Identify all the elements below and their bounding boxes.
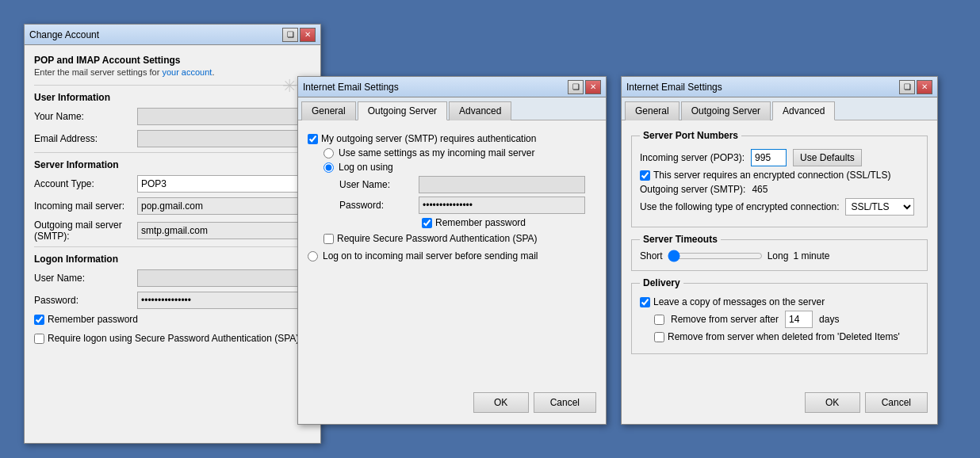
log-on-fields: User Name: Password: Remember password: [339, 176, 596, 228]
change-account-titlebar: Change Account ❏ ✕: [25, 25, 320, 45]
logon-info-title: Logon Information: [34, 254, 311, 265]
email-settings-window-2: Internet Email Settings ❏ ✕ General Outg…: [621, 76, 938, 425]
leave-copy-label: Leave a copy of messages on the server: [653, 296, 825, 307]
require-auth-row: My outgoing server (SMTP) requires authe…: [308, 133, 596, 144]
es2-close-icon: ✕: [921, 82, 928, 91]
leave-copy-row: Leave a copy of messages on the server: [640, 296, 919, 307]
outgoing-password-input[interactable]: [419, 197, 585, 214]
tab-general-1[interactable]: General: [301, 101, 356, 120]
remove-after-checkbox[interactable]: [654, 315, 664, 325]
require-spa-row-2: Require Secure Password Authentication (…: [323, 233, 596, 244]
require-auth-checkbox[interactable]: [308, 134, 318, 144]
email-address-input[interactable]: [137, 130, 311, 147]
email-settings-1-controls: ❏ ✕: [568, 80, 601, 94]
remove-after-row: Remove from server after days: [654, 311, 919, 328]
log-on-incoming-radio[interactable]: [308, 251, 318, 261]
es1-restore-button[interactable]: ❏: [568, 80, 584, 94]
outgoing-username-row: User Name:: [339, 176, 596, 193]
email-settings-2-tabs: General Outgoing Server Advanced: [622, 97, 937, 120]
incoming-server-row: Incoming mail server:: [34, 197, 311, 215]
tab-general-2[interactable]: General: [625, 101, 679, 120]
require-spa-checkbox[interactable]: [34, 334, 44, 344]
star-icon: ✳: [282, 76, 297, 97]
account-settings-header: POP and IMAP Account Settings: [34, 55, 311, 66]
leave-copy-checkbox[interactable]: [640, 297, 650, 307]
tab-advanced-2[interactable]: Advanced: [772, 101, 835, 120]
tab-outgoing-server-1[interactable]: Outgoing Server: [358, 101, 447, 120]
server-port-legend: Server Port Numbers: [640, 130, 741, 141]
server-info-title: Server Information: [34, 159, 311, 170]
email-settings-window-1: Internet Email Settings ❏ ✕ General Outg…: [297, 76, 607, 425]
log-on-using-row: Log on using: [323, 162, 596, 173]
your-name-label: Your Name:: [34, 111, 137, 122]
use-same-settings-row: Use same settings as my incoming mail se…: [323, 147, 596, 158]
days-label: days: [819, 314, 839, 325]
remove-deleted-label: Remove from server when deleted from 'De…: [668, 331, 900, 342]
logon-username-row: User Name:: [34, 269, 311, 287]
email-settings-2-title: Internet Email Settings: [626, 82, 722, 93]
outgoing-port-value: 465: [752, 184, 768, 195]
logon-password-input[interactable]: [137, 292, 311, 309]
change-account-content: POP and IMAP Account Settings Enter the …: [25, 45, 320, 357]
outgoing-server-input[interactable]: [137, 222, 311, 239]
divider2: [34, 152, 311, 153]
es2-restore-button[interactable]: ❏: [899, 80, 915, 94]
require-auth-label: My outgoing server (SMTP) requires authe…: [321, 133, 536, 144]
account-type-select[interactable]: POP3 IMAP: [137, 175, 311, 193]
es2-ok-button[interactable]: OK: [805, 392, 860, 413]
outgoing-username-input[interactable]: [419, 176, 585, 193]
account-settings-sub: Enter the mail server settings for your …: [34, 67, 311, 77]
timeout-slider[interactable]: [668, 250, 763, 262]
es2-close-button[interactable]: ✕: [917, 80, 932, 94]
tab-outgoing-server-2[interactable]: Outgoing Server: [681, 101, 771, 120]
close-icon: ✕: [304, 30, 311, 39]
remove-after-label: Remove from server after: [671, 314, 779, 325]
use-same-settings-radio[interactable]: [323, 148, 334, 158]
encrypted-connection-checkbox[interactable]: [640, 170, 650, 181]
auth-options-block: Use same settings as my incoming mail se…: [323, 147, 596, 244]
timeout-slider-row: Short Long 1 minute: [640, 250, 919, 262]
outgoing-server-label: Outgoing mail server (SMTP):: [34, 219, 137, 242]
your-name-input[interactable]: [137, 108, 311, 125]
account-type-row: Account Type: POP3 IMAP: [34, 175, 311, 193]
require-spa-row: Require logon using Secure Password Auth…: [34, 333, 311, 344]
es1-cancel-button[interactable]: Cancel: [534, 392, 596, 413]
outgoing-remember-row: Remember password: [422, 217, 596, 228]
outgoing-password-row: Password:: [339, 197, 596, 214]
your-name-row: Your Name:: [34, 108, 311, 125]
es2-restore-icon: ❏: [904, 82, 911, 91]
remove-after-days-input[interactable]: [785, 311, 813, 328]
remove-deleted-checkbox[interactable]: [654, 332, 664, 342]
require-spa-label-2: Require Secure Password Authentication (…: [337, 233, 538, 244]
use-defaults-button[interactable]: Use Defaults: [793, 149, 862, 166]
logon-username-input[interactable]: [137, 269, 311, 287]
incoming-server-input[interactable]: [137, 197, 311, 215]
outgoing-remember-checkbox[interactable]: [422, 218, 432, 228]
log-on-incoming-row: Log on to incoming mail server before se…: [308, 250, 596, 261]
log-on-using-radio[interactable]: [323, 162, 334, 173]
restore-button[interactable]: ❏: [282, 28, 298, 42]
email-settings-1-buttons: OK Cancel: [464, 387, 606, 418]
close-button[interactable]: ✕: [300, 28, 316, 42]
tab-advanced-1[interactable]: Advanced: [449, 101, 511, 120]
incoming-port-label: Incoming server (POP3):: [640, 152, 745, 163]
logon-username-label: User Name:: [34, 273, 137, 284]
remember-password-checkbox[interactable]: [34, 315, 44, 325]
timeout-short-label: Short: [640, 250, 663, 261]
es1-ok-button[interactable]: OK: [473, 392, 529, 413]
account-type-label: Account Type:: [34, 178, 137, 189]
es2-cancel-button[interactable]: Cancel: [865, 392, 928, 413]
email-address-label: Email Address:: [34, 133, 137, 144]
outgoing-port-label: Outgoing server (SMTP):: [640, 184, 745, 195]
require-spa-checkbox-2[interactable]: [323, 234, 334, 244]
restore-icon: ❏: [287, 30, 294, 39]
incoming-port-input[interactable]: [751, 149, 787, 166]
email-settings-2-controls: ❏ ✕: [899, 80, 932, 94]
es1-close-button[interactable]: ✕: [585, 80, 601, 94]
your-account-link[interactable]: your account: [162, 67, 212, 77]
outgoing-username-label: User Name:: [339, 179, 419, 190]
require-spa-label: Require logon using Secure Password Auth…: [48, 333, 299, 344]
email-settings-2-titlebar: Internet Email Settings ❏ ✕: [622, 77, 937, 97]
encrypted-type-select[interactable]: SSL/TLS STARTTLS None: [845, 198, 914, 216]
delivery-legend: Delivery: [640, 277, 683, 288]
